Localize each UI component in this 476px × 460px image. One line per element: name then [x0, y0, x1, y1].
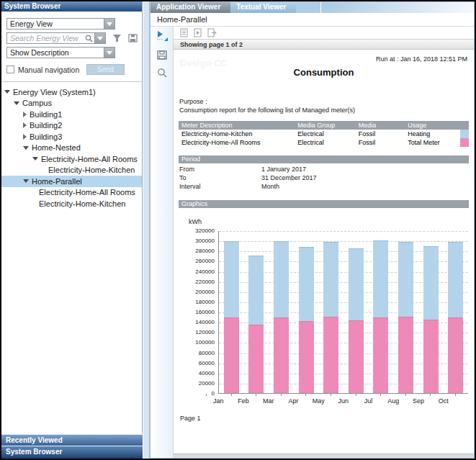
view-mode-value: Energy View: [7, 19, 104, 29]
panel-splitter[interactable]: [143, 1, 150, 459]
bar-oct: [443, 231, 468, 393]
viewer-side-toolbar: [151, 27, 174, 458]
segment-electricity-home-all-rooms-total-meter: [349, 320, 364, 393]
save-icon[interactable]: [128, 34, 138, 42]
x-label-jul: Jul: [356, 396, 381, 405]
panel-bar-system-browser[interactable]: System Browser: [1, 446, 143, 459]
expander-expanded-icon[interactable]: [14, 102, 19, 105]
chart-y-axis: 0200004000060000800001000001200001400001…: [187, 231, 218, 394]
tree-item-electricity-home-all-rooms[interactable]: Electricity-Home-All Rooms: [1, 187, 142, 199]
period-row-interval: IntervalMonth: [179, 183, 474, 191]
document-export-icon[interactable]: [207, 28, 217, 37]
segment-electricity-home-kitchen-heating: [398, 242, 413, 317]
manual-navigation-checkbox[interactable]: [6, 66, 14, 73]
meter-table: Meter DescriptionMedia GroupMediaUsageEl…: [179, 121, 469, 147]
y-tick-label: 60000: [199, 360, 215, 366]
expander-expanded-icon[interactable]: [23, 146, 29, 150]
browser-controls: Energy View Search Energy View: [1, 12, 142, 78]
context-label: Home-Parallel: [151, 13, 474, 27]
expander-collapsed-icon[interactable]: [23, 122, 27, 128]
y-tick-label: 80000: [199, 350, 215, 356]
tree-item-label: Campus: [22, 99, 52, 107]
segment-electricity-home-kitchen-heating: [323, 242, 338, 317]
search-dropdown-button[interactable]: [94, 33, 105, 43]
viewer-panel: Application ViewerTextual Viewer Home-Pa…: [150, 1, 475, 459]
segment-electricity-home-all-rooms-total-meter: [423, 320, 439, 393]
tab-bar-divider: [320, 2, 321, 13]
cell-electricity-home-kitchen: Electricity-Home-Kitchen: [179, 130, 297, 137]
expander-expanded-icon[interactable]: [32, 157, 38, 161]
chevron-down-icon: [107, 22, 112, 26]
tree-item-home-parallel[interactable]: Home-Parallel: [1, 176, 142, 187]
y-tick-label: 240000: [195, 269, 215, 275]
save-icon[interactable]: [157, 50, 167, 63]
expander-expanded-icon[interactable]: [23, 179, 29, 183]
x-label-may: May: [306, 396, 331, 405]
tree-item-electricity-home-kitchen[interactable]: Electricity-Home-Kitchen: [1, 165, 142, 176]
tree-item-building2[interactable]: Building2: [1, 120, 142, 132]
send-button[interactable]: Send: [86, 64, 125, 75]
energy-view-tree: Energy View (System1)CampusBuilding1Buil…: [1, 81, 142, 459]
segment-electricity-home-kitchen-heating: [349, 248, 364, 320]
document-next-icon[interactable]: [194, 28, 202, 37]
run-icon[interactable]: [156, 30, 169, 45]
tree-item-electricity-home-all-rooms[interactable]: Electricity-Home-All Rooms: [1, 153, 142, 165]
tree-item-building1[interactable]: Building1: [1, 109, 142, 120]
segment-electricity-home-all-rooms-total-meter: [373, 317, 388, 393]
consumption-chart: 0200004000060000800001000001200001400001…: [187, 231, 474, 394]
segment-electricity-home-all-rooms-total-meter: [323, 317, 338, 393]
expander-collapsed-icon[interactable]: [23, 112, 27, 117]
segment-electricity-home-all-rooms-total-meter: [248, 325, 264, 393]
segment-electricity-home-kitchen-heating: [299, 247, 314, 321]
segment-electricity-home-all-rooms-total-meter: [398, 317, 413, 393]
cell-heating: Heating: [408, 130, 460, 137]
segment-electricity-home-kitchen-heating: [423, 246, 439, 320]
horizontal-scrollbar[interactable]: [174, 454, 474, 458]
run-at-timestamp: Run at : Jan 16, 2018 12:51 PM: [376, 55, 467, 63]
view-mode-dropdown[interactable]: Energy View: [6, 18, 115, 30]
tree-item-campus[interactable]: Campus: [1, 98, 142, 109]
tree-item-energy-view-system1[interactable]: Energy View (System1): [1, 86, 142, 98]
period-value: 1 January 2017: [261, 166, 474, 174]
bar-may: [318, 231, 343, 393]
period-rows: From1 January 2017To31 December 2017Inte…: [179, 166, 474, 191]
tree-item-electricity-home-kitchen[interactable]: Electricity-Home-Kitchen: [1, 198, 142, 209]
description-dropdown-button[interactable]: [104, 48, 114, 58]
expander-expanded-icon[interactable]: [4, 90, 10, 94]
y-tick-label: 0: [212, 390, 215, 397]
column-header-usage: Usage: [408, 122, 460, 129]
segment-electricity-home-all-rooms-total-meter: [274, 317, 289, 393]
cell-total-meter: Total Meter: [408, 139, 460, 146]
purpose-block: Purpose : Consumption report for the fol…: [179, 97, 474, 114]
graphics-section-header: Graphics: [179, 200, 469, 208]
zoom-icon[interactable]: [157, 68, 167, 81]
segment-electricity-home-kitchen-heating: [448, 242, 463, 317]
bar-jul: [369, 231, 394, 393]
chart-plot-area: [218, 231, 468, 394]
y-tick-label: 180000: [195, 299, 215, 305]
description-dropdown[interactable]: Show Description: [6, 47, 115, 58]
search-icon[interactable]: [85, 35, 93, 42]
page-number-footer: Page 1: [180, 415, 474, 422]
y-tick-label: 300000: [195, 238, 215, 244]
search-field[interactable]: Search Energy View: [6, 32, 106, 44]
y-axis-unit-label: kWh: [189, 218, 474, 225]
segment-electricity-home-kitchen-heating: [373, 240, 388, 317]
expander-collapsed-icon[interactable]: [23, 134, 27, 140]
document-icon[interactable]: [180, 28, 188, 37]
chevron-down-icon: [107, 51, 112, 55]
cell-fossil: Fossil: [359, 139, 408, 146]
x-label-jun: Jun: [331, 396, 356, 405]
report-logo: Desigo CC: [180, 58, 228, 68]
cell-electrical: Electrical: [297, 130, 359, 137]
tab-application-viewer[interactable]: Application Viewer: [151, 2, 230, 13]
tree-item-home-nested[interactable]: Home-Nested: [1, 143, 142, 154]
tab-textual-viewer[interactable]: Textual Viewer: [230, 2, 296, 13]
bar-jan: [219, 231, 244, 393]
view-mode-dropdown-button[interactable]: [104, 19, 114, 29]
tree-item-building3[interactable]: Building3: [1, 131, 142, 143]
panel-bar-recently-viewed[interactable]: Recently Viewed: [1, 434, 143, 446]
tree-item-label: Electricity-Home-Kitchen: [48, 166, 135, 174]
series-color-swatch: [460, 130, 469, 138]
filter-icon[interactable]: [112, 34, 122, 42]
